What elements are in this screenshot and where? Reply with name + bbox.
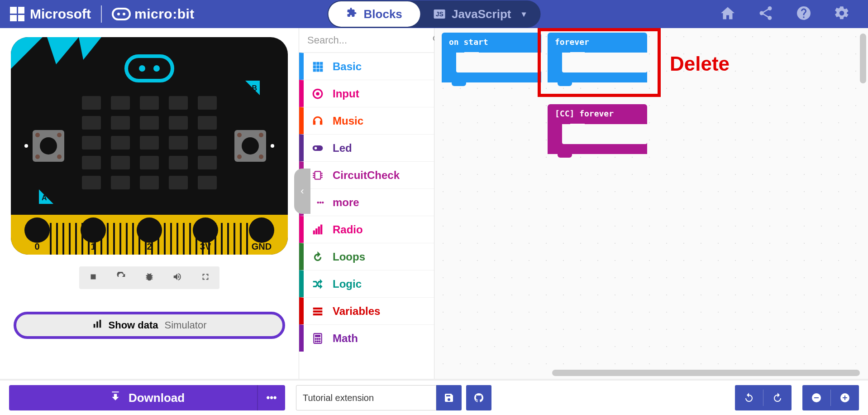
category-radio[interactable]: Radio [299, 216, 434, 243]
svg-point-39 [315, 338, 316, 339]
edge-connector[interactable]: 0123VGND [11, 215, 288, 255]
share-icon[interactable] [758, 5, 774, 23]
header: Microsoft micro:bit Blocks JS JavaScript… [0, 0, 868, 28]
svg-rect-15 [320, 69, 322, 71]
microbit-face-icon [112, 8, 131, 20]
loop-icon [311, 251, 324, 263]
svg-rect-13 [313, 69, 315, 71]
delete-annotation-box [538, 28, 661, 97]
scrollbar-vertical[interactable] [860, 34, 866, 370]
svg-rect-31 [316, 228, 317, 234]
category-led[interactable]: Led [299, 134, 434, 161]
button-a[interactable] [33, 130, 64, 162]
refresh-button[interactable] [116, 272, 126, 284]
svg-point-29 [322, 202, 324, 203]
category-basic[interactable]: Basic [299, 53, 434, 80]
svg-point-27 [317, 202, 319, 203]
stop-button[interactable] [88, 272, 98, 284]
gear-icon[interactable] [834, 5, 850, 23]
board-corner-decoration [11, 37, 101, 87]
js-badge-icon: JS [434, 10, 445, 19]
download-menu-button[interactable]: ••• [257, 385, 285, 410]
microsoft-logo[interactable]: Microsoft [10, 6, 91, 22]
category-music[interactable]: Music [299, 107, 434, 134]
svg-rect-8 [317, 62, 319, 64]
header-divider [101, 5, 102, 23]
svg-marker-2 [79, 37, 101, 60]
headphones-icon [311, 115, 324, 127]
microbit-board[interactable]: A B 0123VGND [11, 37, 288, 255]
bars-icon [311, 224, 324, 236]
pin-dot-left [24, 144, 28, 148]
shuffle-icon [311, 278, 324, 290]
svg-rect-4 [93, 324, 95, 328]
svg-rect-9 [320, 62, 322, 64]
svg-rect-3 [91, 275, 96, 280]
category-label: CircuitCheck [333, 169, 400, 182]
workspace[interactable]: on startforever[CC] forever Delete [434, 28, 868, 379]
toggle-icon [311, 142, 324, 154]
category-label: Variables [333, 305, 380, 318]
toolbox-search [299, 28, 434, 53]
category-variables[interactable]: Variables [299, 297, 434, 324]
project-name-group [296, 385, 491, 410]
board-face-icon [124, 54, 174, 82]
category-math[interactable]: Math [299, 324, 434, 352]
redo-button[interactable] [763, 392, 792, 403]
scrollbar-horizontal[interactable] [444, 370, 859, 376]
svg-rect-12 [320, 65, 322, 68]
undo-button[interactable] [735, 392, 763, 403]
block--cc-forever[interactable]: [CC] forever [548, 104, 647, 154]
svg-rect-11 [317, 65, 319, 68]
category-label: Basic [333, 60, 362, 73]
project-name-input[interactable] [296, 385, 436, 410]
svg-point-40 [317, 338, 318, 339]
category-circuitcheck[interactable]: CircuitCheck [299, 161, 434, 188]
led-matrix[interactable] [82, 96, 217, 189]
svg-point-44 [319, 340, 320, 342]
download-button[interactable]: Download ••• [9, 385, 285, 410]
help-icon[interactable] [796, 5, 812, 23]
svg-point-19 [314, 146, 317, 150]
tab-javascript[interactable]: JS JavaScript ▾ [420, 1, 540, 27]
home-icon[interactable] [720, 5, 736, 23]
audio-button[interactable] [172, 272, 182, 284]
microsoft-label: Microsoft [30, 6, 91, 22]
category-label: Input [333, 87, 359, 100]
svg-rect-5 [96, 322, 98, 328]
svg-point-17 [316, 92, 320, 95]
pin-labels: 0123VGND [24, 241, 274, 252]
chevron-down-icon[interactable]: ▾ [522, 9, 526, 19]
circle-dot-icon [311, 88, 324, 100]
category-input[interactable]: Input [299, 80, 434, 107]
zoom-out-button[interactable] [802, 392, 830, 403]
calc-icon [311, 333, 324, 344]
block-label: [CC] forever [548, 104, 647, 124]
fullscreen-button[interactable] [200, 272, 210, 284]
svg-rect-46 [814, 397, 819, 398]
button-b[interactable] [234, 130, 266, 162]
bar-chart-icon [92, 319, 102, 332]
category-loops[interactable]: Loops [299, 243, 434, 270]
svg-point-43 [317, 340, 318, 342]
svg-rect-6 [99, 320, 101, 328]
svg-marker-0 [11, 37, 43, 69]
save-button[interactable] [436, 385, 462, 410]
block-on-start[interactable]: on start [442, 33, 541, 82]
search-input[interactable] [307, 34, 432, 46]
microbit-logo[interactable]: micro:bit [112, 6, 195, 22]
svg-rect-36 [313, 314, 322, 315]
debug-button[interactable] [144, 272, 154, 284]
category-logic[interactable]: Logic [299, 270, 434, 297]
github-button[interactable] [466, 385, 491, 410]
svg-rect-33 [321, 225, 322, 234]
dots-icon [311, 197, 324, 208]
show-data-button[interactable]: Show data Simulator [14, 312, 285, 339]
zoom-in-button[interactable] [831, 392, 859, 403]
category-more[interactable]: more [299, 188, 434, 216]
collapse-simulator-button[interactable]: ‹ [294, 169, 310, 214]
simulator-pane: A B 0123VGND Show data Simulator ‹ [0, 28, 299, 379]
svg-rect-32 [318, 227, 320, 234]
header-left: Microsoft micro:bit [0, 5, 195, 23]
tab-blocks[interactable]: Blocks [329, 1, 420, 27]
